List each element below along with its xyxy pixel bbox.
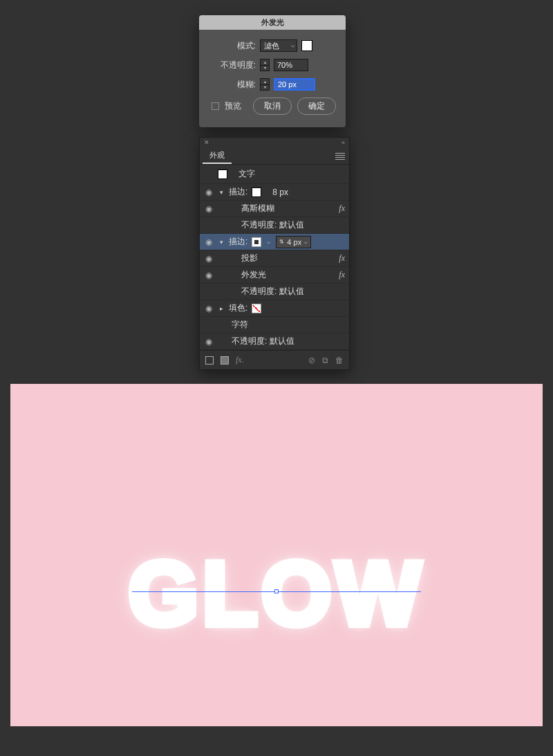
opacity-input[interactable] [274,59,308,71]
chevron-down-icon: ▾ [261,85,269,91]
blur-label: 模糊: [209,79,256,91]
chevron-right-icon[interactable]: ▸ [218,305,225,312]
eye-icon[interactable]: ◉ [204,304,214,313]
preview-label: 预览 [225,100,241,112]
baseline-handle[interactable] [274,589,279,593]
stepper-icon[interactable]: ⇅ [279,239,284,245]
fx-icon[interactable]: fx [339,203,345,214]
eye-icon[interactable]: ◉ [204,187,214,197]
chevron-down-icon: ▾ [261,66,269,71]
fill-swatch[interactable] [252,304,261,313]
mode-row: 模式: 滤色 ⌵ [209,39,336,52]
trash-icon[interactable]: 🗑 [335,356,344,365]
stroke-swatch[interactable] [252,237,261,247]
blur-row: 模糊: ▴▾ [209,78,336,91]
new-stroke-icon[interactable] [205,356,214,365]
stroke-label: 描边: [229,236,247,248]
effect-label: 投影 [241,252,258,264]
mode-color-swatch[interactable] [301,40,312,51]
mode-select[interactable]: 滤色 [260,39,297,52]
stroke-swatch[interactable] [252,187,261,197]
stroke-width-field[interactable]: ⇅ 4 px ⌵ [276,236,311,248]
opacity-row: 不透明度: ▴▾ [209,59,336,71]
canvas-preview[interactable]: GLOW [10,384,543,726]
eye-icon[interactable]: ◉ [204,204,214,214]
close-icon[interactable]: ✕ [204,139,209,146]
chevron-down-icon[interactable]: ⌵ [267,239,270,245]
character-row[interactable]: ◉ 字符 [200,317,349,333]
glow-text[interactable]: GLOW [129,548,424,638]
chevron-down-icon[interactable]: ▾ [218,189,225,196]
opacity-row[interactable]: ◉ 不透明度: 默认值 [200,333,349,350]
opacity-row[interactable]: ◉ 不透明度: 默认值 [200,217,349,234]
panel-footer: fx. ⊘ ⧉ 🗑 [200,350,349,369]
character-label: 字符 [232,319,248,331]
chevron-up-icon: ▴ [261,59,269,66]
stroke-row[interactable]: ◉ ▾ 描边: ⌵ ⇅ 4 px ⌵ [200,234,349,250]
type-label: 文字 [238,168,255,180]
effect-label: 外发光 [241,269,266,281]
panel-top: ✕ « [200,138,349,147]
fx-menu-icon[interactable]: fx. [236,355,244,365]
appearance-panel: ✕ « 外观 ◉ 文字 ◉ ▾ 描边: 8 px ◉ 高斯模糊 fx ◉ [199,137,350,370]
appearance-list: ◉ 文字 ◉ ▾ 描边: 8 px ◉ 高斯模糊 fx ◉ 不透明度: 默认值 … [200,165,349,350]
collapse-icon[interactable]: « [341,139,345,146]
ok-button[interactable]: 确定 [297,98,336,115]
opacity-label: 不透明度: 默认值 [241,286,304,297]
panel-menu-icon[interactable] [335,151,345,163]
stroke-value: 8 px [272,187,288,197]
chevron-up-icon: ▴ [261,79,269,85]
opacity-label: 不透明度: [209,59,256,71]
opacity-label: 不透明度: 默认值 [241,219,304,231]
fx-icon[interactable]: fx [339,270,345,280]
stroke-label: 描边: [229,186,247,198]
blur-input[interactable] [274,78,315,91]
preview-checkbox[interactable] [212,102,219,110]
dialog-body: 模式: 滤色 ⌵ 不透明度: ▴▾ 模糊: ▴▾ 预览 取消 确定 [199,30,346,127]
eye-icon[interactable]: ◉ [204,254,214,264]
appearance-tab[interactable]: 外观 [203,147,232,164]
effect-label: 高斯模糊 [241,203,274,214]
eye-icon[interactable]: ◉ [204,337,214,347]
fill-row[interactable]: ◉ ▸ 填色: [200,300,349,317]
eye-icon[interactable]: ◉ [204,237,214,247]
chevron-down-icon[interactable]: ⌵ [304,239,308,245]
stroke-value: 4 px [287,238,301,246]
new-fill-icon[interactable] [221,356,229,365]
mode-label: 模式: [209,40,256,52]
effect-row[interactable]: ◉ 投影 fx [200,250,349,267]
fill-label: 填色: [229,302,247,314]
clear-icon[interactable]: ⊘ [308,356,315,365]
opacity-row[interactable]: ◉ 不透明度: 默认值 [200,284,349,300]
type-swatch [218,169,227,179]
stroke-row[interactable]: ◉ ▾ 描边: 8 px [200,184,349,201]
blur-stepper[interactable]: ▴▾ [260,78,270,91]
eye-icon[interactable]: ◉ [204,270,214,280]
cancel-button[interactable]: 取消 [253,98,292,115]
fx-icon[interactable]: fx [339,253,345,264]
outer-glow-dialog: 外发光 模式: 滤色 ⌵ 不透明度: ▴▾ 模糊: ▴▾ 预览 取消 确定 [199,15,346,127]
opacity-label: 不透明度: 默认值 [232,335,294,347]
dialog-footer: 预览 取消 确定 [209,98,336,115]
dialog-title: 外发光 [199,15,346,30]
effect-row[interactable]: ◉ 高斯模糊 fx [200,201,349,217]
chevron-down-icon[interactable]: ▾ [218,239,225,246]
type-row: ◉ 文字 [200,165,349,184]
duplicate-icon[interactable]: ⧉ [322,356,328,365]
opacity-stepper[interactable]: ▴▾ [260,59,270,71]
effect-row[interactable]: ◉ 外发光 fx [200,267,349,284]
